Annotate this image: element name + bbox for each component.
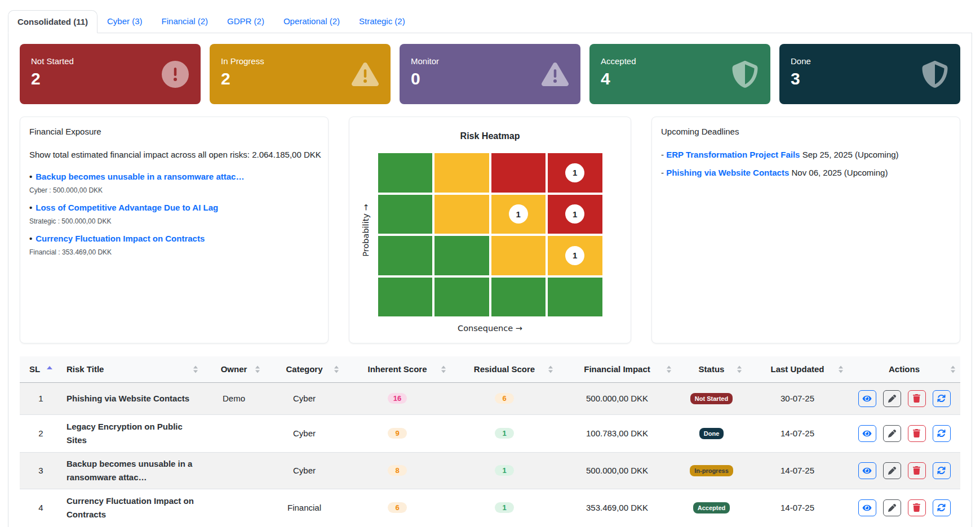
exposure-risk-link[interactable]: Loss of Competitive Advantage Due to AI … xyxy=(36,203,218,212)
deadline-risk-link[interactable]: Phishing via Website Contacts xyxy=(666,168,789,177)
heatmap-cell-r2-c1-green xyxy=(378,195,433,234)
column-header-label: Actions xyxy=(889,364,920,374)
risk-row-3: 3Backup becomes unusable in a ransomware… xyxy=(20,452,960,489)
bullet-icon: • xyxy=(29,234,32,243)
tab-consolidated-11[interactable]: Consolidated (11) xyxy=(8,10,97,33)
column-header-financial-impact[interactable]: Financial Impact xyxy=(558,356,676,382)
refresh-icon xyxy=(937,466,946,475)
view-button[interactable] xyxy=(858,425,876,442)
exposure-risk-link[interactable]: Currency Fluctuation Impact on Contracts xyxy=(36,234,205,243)
heatmap-cell-r2-c3-yellow: 1 xyxy=(491,195,546,234)
exposure-item-line: •Backup becomes unusable in a ransomware… xyxy=(29,170,319,184)
cell-actions xyxy=(848,382,960,414)
status-badge: Not Started xyxy=(690,393,733,404)
edit-button[interactable] xyxy=(883,499,901,516)
inherent-score-pill: 9 xyxy=(388,428,407,439)
heatmap-cell-r3-c3-yellow xyxy=(491,236,546,275)
edit-button[interactable] xyxy=(883,390,901,407)
financial-exposure-summary: Show total estimated financial impact ac… xyxy=(29,149,319,160)
cell-sl: 2 xyxy=(20,414,62,452)
circle-exclamation-icon xyxy=(162,61,189,88)
sort-ascending-icon[interactable] xyxy=(47,366,52,369)
risk-row-2: 2Legacy Encryption on Public SitesCyber9… xyxy=(20,414,960,452)
deadline-risk-link[interactable]: ERP Transformation Project Fails xyxy=(666,150,800,159)
risk-table-header: SLRisk TitleOwnerCategoryInherent ScoreR… xyxy=(20,356,960,382)
column-header-owner[interactable]: Owner xyxy=(203,356,265,382)
deadline-date: Nov 06, 2025 (Upcoming) xyxy=(791,168,888,177)
exposure-item-detail: Cyber : 500.000,00 DKK xyxy=(29,185,319,196)
exposure-risk-link[interactable]: Backup becomes unusable in a ransomware … xyxy=(36,172,244,181)
tab-cyber-3[interactable]: Cyber (3) xyxy=(97,10,152,33)
cell-actions xyxy=(848,489,960,526)
deadline-date: Sep 25, 2025 (Upcoming) xyxy=(802,150,899,159)
column-header-risk-title[interactable]: Risk Title xyxy=(62,356,203,382)
column-header-actions[interactable]: Actions xyxy=(848,356,960,382)
tab-operational-2[interactable]: Operational (2) xyxy=(274,10,349,33)
delete-button[interactable] xyxy=(908,462,926,479)
row-actions xyxy=(848,462,960,479)
eye-icon xyxy=(862,430,872,437)
view-button[interactable] xyxy=(858,499,876,516)
sort-icon[interactable] xyxy=(334,365,339,373)
tab-gdpr-2[interactable]: GDPR (2) xyxy=(218,10,274,33)
sort-icon[interactable] xyxy=(951,365,955,373)
sort-icon[interactable] xyxy=(667,365,671,373)
cell-category: Cyber xyxy=(265,414,344,452)
upcoming-deadlines-list: - ERP Transformation Project Fails Sep 2… xyxy=(661,149,951,178)
column-header-category[interactable]: Category xyxy=(265,356,344,382)
column-header-status[interactable]: Status xyxy=(676,356,747,382)
refresh-button[interactable] xyxy=(933,390,951,407)
cell-financial-impact: 500.000,00 DKK xyxy=(558,452,676,489)
tab-financial-2[interactable]: Financial (2) xyxy=(152,10,218,33)
cell-actions xyxy=(848,414,960,452)
heatmap-cell-r1-c3-red xyxy=(491,153,546,193)
status-card-not-started: Not Started2 xyxy=(20,44,201,104)
edit-button[interactable] xyxy=(883,462,901,479)
sort-icon[interactable] xyxy=(193,365,198,373)
exposure-item-detail: Strategic : 500.000,00 DKK xyxy=(29,216,319,227)
heatmap-cell-r3-c1-green xyxy=(378,236,433,275)
column-header-last-updated[interactable]: Last Updated xyxy=(747,356,848,382)
cell-residual-score: 1 xyxy=(451,489,558,526)
refresh-button[interactable] xyxy=(933,499,951,516)
delete-button[interactable] xyxy=(908,390,926,407)
heatmap-y-axis-label: Probability → xyxy=(361,204,370,256)
sort-icon[interactable] xyxy=(737,365,742,373)
column-header-label: Category xyxy=(286,364,322,374)
deadline-dash: - xyxy=(661,150,666,159)
sort-icon[interactable] xyxy=(441,365,446,373)
cell-status: In-progress xyxy=(676,452,747,489)
trash-icon xyxy=(913,429,920,437)
cell-sl: 1 xyxy=(20,382,62,414)
edit-button[interactable] xyxy=(883,425,901,442)
column-header-residual-score[interactable]: Residual Score xyxy=(451,356,558,382)
cell-inherent-score: 9 xyxy=(344,414,451,452)
exposure-item: •Currency Fluctuation Impact on Contract… xyxy=(29,232,319,258)
cell-sl: 4 xyxy=(20,489,62,526)
cell-status: Accepted xyxy=(676,489,747,526)
refresh-button[interactable] xyxy=(933,425,951,442)
column-header-inherent-score[interactable]: Inherent Score xyxy=(344,356,451,382)
sort-icon[interactable] xyxy=(255,365,260,373)
deadline-dash: - xyxy=(661,168,666,177)
deadline-item: - Phishing via Website Contacts Nov 06, … xyxy=(661,167,951,178)
sort-icon[interactable] xyxy=(839,365,843,373)
status-card-icon-box xyxy=(921,61,948,88)
cell-category: Financial xyxy=(265,489,344,526)
cell-financial-impact: 500.000,00 DKK xyxy=(558,382,676,414)
heatmap-cell-r3-c4-yellow: 1 xyxy=(548,236,602,275)
view-button[interactable] xyxy=(858,390,876,407)
pencil-icon xyxy=(888,395,896,403)
status-badge: Accepted xyxy=(693,502,730,513)
view-button[interactable] xyxy=(858,462,876,479)
upcoming-deadlines-title: Upcoming Deadlines xyxy=(661,126,951,137)
cell-risk-title: Legacy Encryption on Public Sites xyxy=(62,414,203,452)
refresh-button[interactable] xyxy=(933,462,951,479)
delete-button[interactable] xyxy=(908,425,926,442)
sort-icon[interactable] xyxy=(548,365,553,373)
column-header-sl[interactable]: SL xyxy=(20,356,62,382)
refresh-icon xyxy=(937,429,946,437)
tab-strategic-2[interactable]: Strategic (2) xyxy=(349,10,415,33)
column-header-label: Status xyxy=(699,364,725,374)
delete-button[interactable] xyxy=(908,499,926,516)
